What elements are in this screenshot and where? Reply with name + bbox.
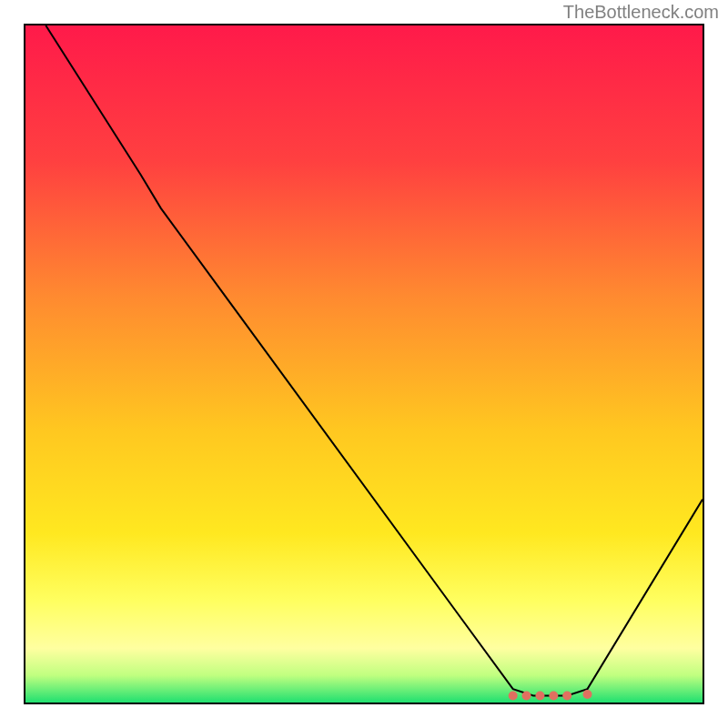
svg-point-1: [509, 692, 518, 701]
svg-point-6: [583, 690, 592, 699]
svg-point-5: [562, 692, 571, 701]
watermark-text: TheBottleneck.com: [563, 2, 719, 23]
chart-frame: [24, 24, 704, 704]
chart-markers: [25, 25, 703, 703]
svg-point-4: [549, 692, 558, 701]
svg-point-3: [535, 692, 544, 701]
svg-point-2: [522, 692, 531, 701]
